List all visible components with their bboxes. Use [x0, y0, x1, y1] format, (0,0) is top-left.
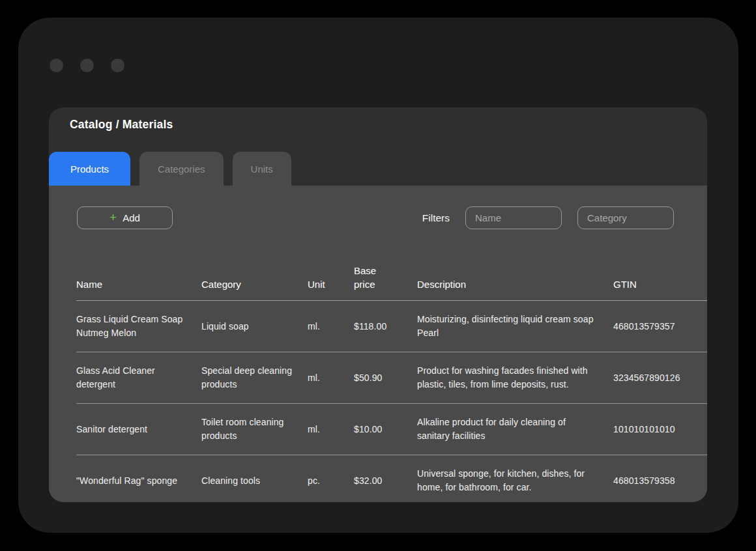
tab-categories[interactable]: Categories [139, 152, 224, 186]
cell-name: Sanitor detergent [76, 423, 201, 436]
cell-base-price: $50.90 [354, 371, 417, 385]
column-header-unit: Unit [308, 277, 354, 300]
filters-label: Filters [422, 212, 450, 224]
cell-description: Moisturizing, disinfecting liquid cream … [417, 313, 613, 340]
panel-header: Catalog / Materials Products Categories … [49, 107, 707, 186]
table-row[interactable]: Glass Acid Cleaner detergent Special dee… [76, 352, 707, 404]
window-control-dot-3[interactable] [111, 59, 124, 72]
panel-body: + Add Filters Name Category Unit Base pr… [49, 186, 707, 502]
filter-name-input[interactable] [465, 206, 562, 229]
filter-category-input[interactable] [577, 206, 674, 229]
products-table: Name Category Unit Base price Descriptio… [76, 254, 707, 506]
column-header-gtin: GTIN [613, 277, 707, 300]
page-title: Catalog / Materials [70, 118, 173, 132]
cell-category: Special deep cleaning products [201, 364, 308, 391]
cell-gtin: 468013579357 [613, 320, 707, 333]
cell-unit: ml. [308, 320, 354, 333]
tab-categories-label: Categories [158, 163, 205, 175]
cell-base-price: $118.00 [354, 320, 417, 333]
filters-bar: Filters [422, 206, 674, 229]
cell-category: Liquid soap [201, 320, 308, 333]
cell-gtin: 101010101010 [613, 423, 707, 436]
table-header-row: Name Category Unit Base price Descriptio… [76, 254, 707, 301]
table-row[interactable]: Grass Liquid Cream Soap Nutmeg Melon Liq… [76, 301, 707, 352]
cell-gtin: 3234567890126 [613, 371, 707, 385]
cell-category: Cleaning tools [201, 474, 308, 488]
window-control-dot-2[interactable] [80, 59, 94, 72]
window-control-dot-1[interactable] [50, 59, 63, 72]
tab-units[interactable]: Units [233, 152, 291, 186]
column-header-base-price: Base price [354, 264, 417, 300]
cell-base-price: $32.00 [354, 474, 417, 488]
cell-unit: ml. [308, 371, 354, 385]
tab-units-label: Units [251, 163, 273, 175]
cell-description: Alkaline product for daily cleaning of s… [417, 416, 613, 443]
cell-unit: ml. [308, 423, 354, 436]
cell-base-price: $10.00 [354, 423, 417, 436]
tab-bar: Products Categories Units [49, 152, 291, 186]
tab-products-label: Products [70, 163, 109, 175]
table-row[interactable]: Sanitor detergent Toilet room cleaning p… [76, 404, 707, 455]
column-header-description: Description [417, 277, 613, 300]
app-window: Catalog / Materials Products Categories … [18, 18, 738, 533]
add-button[interactable]: + Add [77, 206, 173, 229]
cell-description: Product for washing facades finished wit… [417, 364, 613, 391]
cell-gtin: 468013579358 [613, 474, 707, 488]
catalog-panel: Catalog / Materials Products Categories … [49, 107, 707, 502]
cell-name: "Wonderful Rag" sponge [76, 474, 201, 488]
cell-name: Glass Acid Cleaner detergent [76, 364, 201, 391]
cell-unit: pc. [308, 474, 354, 488]
add-button-label: Add [123, 212, 140, 223]
table-row[interactable]: "Wonderful Rag" sponge Cleaning tools pc… [76, 455, 707, 506]
window-controls [50, 59, 124, 72]
plus-icon: + [109, 211, 117, 223]
cell-category: Toilet room cleaning products [201, 416, 308, 443]
cell-description: Universal sponge, for kitchen, dishes, f… [417, 467, 613, 494]
column-header-category: Category [201, 277, 308, 300]
cell-name: Grass Liquid Cream Soap Nutmeg Melon [76, 313, 201, 340]
tab-products[interactable]: Products [49, 152, 130, 186]
column-header-name: Name [76, 277, 201, 300]
